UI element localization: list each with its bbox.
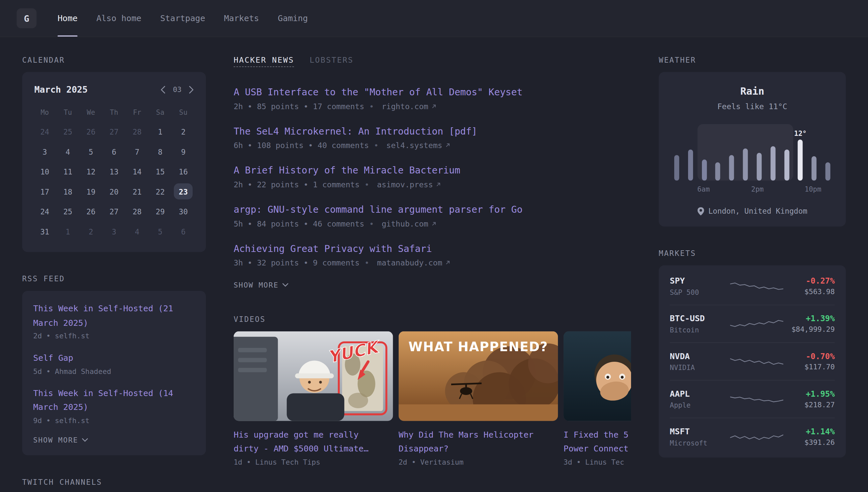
market-price: $84,999.29 (783, 325, 835, 334)
location-pin-icon (697, 207, 704, 215)
calendar-day: 28 (126, 201, 149, 221)
nav-tab-also-home[interactable]: Also home (96, 0, 141, 36)
weather-time-label: 10pm (805, 185, 821, 193)
weather-bar-slot (821, 162, 835, 180)
calendar-day: 25 (56, 122, 79, 142)
news-item-meta: 2h • 22 points • 1 comments asimov.press (234, 180, 631, 189)
video-title[interactable]: Why Did The Mars Helicopter Disappear? (398, 428, 558, 456)
twitch-section-title: TWITCH CHANNELS (22, 477, 206, 486)
weather-card: Rain Feels like 11°C 12° 6am2pm10pm Lond… (659, 72, 846, 226)
market-row[interactable]: NVDA NVIDIA -0.70% $117.70 (670, 342, 835, 380)
news-item: argp: GNU-style command line argument pa… (234, 203, 631, 228)
market-sparkline (730, 392, 783, 406)
weather-time-label (737, 185, 751, 193)
news-item-stats: 5h • 84 points • 46 comments (234, 219, 364, 228)
market-row[interactable]: SPY S&P 500 -0.27% $563.98 (670, 267, 835, 305)
app-logo[interactable]: G (17, 8, 36, 28)
video-thumbnail[interactable]: YUCK (234, 331, 393, 421)
weather-temp-bar (688, 150, 693, 181)
news-item-source-link[interactable]: matanabudy.com (360, 258, 450, 267)
news-item: A Brief History of the Miracle Bacterium… (234, 164, 631, 189)
weather-bar-slot (752, 153, 766, 181)
calendar-day: 24 (33, 122, 56, 142)
chevron-left-icon[interactable] (161, 86, 166, 94)
market-name: NVIDIA (670, 363, 730, 372)
calendar-day: 6 (172, 222, 195, 241)
calendar-day: 9 (172, 142, 195, 161)
news-item-source-link[interactable]: sel4.systems (369, 141, 450, 150)
news-show-more-button[interactable]: SHOW MORE (234, 281, 289, 289)
weather-peak-temp-label: 12° (794, 129, 807, 137)
rss-item-title[interactable]: This Week in Self-Hosted (21 March 2025) (33, 302, 195, 330)
rss-widget: RSS FEED This Week in Self-Hosted (21 Ma… (22, 274, 206, 455)
calendar-day: 16 (172, 162, 195, 181)
calendar-day: 20 (103, 182, 126, 201)
news-item-source-link[interactable]: righto.com (364, 102, 437, 110)
nav-tab-gaming[interactable]: Gaming (278, 0, 308, 36)
weather-widget: WEATHER Rain Feels like 11°C 12° 6am2pm1… (659, 55, 846, 226)
market-change: -0.70% (783, 352, 835, 361)
calendar-day: 5 (79, 142, 103, 161)
calendar-current-month-button[interactable]: 03 (173, 85, 182, 94)
chevron-right-icon[interactable] (189, 86, 194, 94)
video-thumbnail[interactable]: WHAT HAPPENED? (398, 331, 558, 421)
nav-tab-home[interactable]: Home (58, 0, 78, 36)
weather-time-label (791, 185, 805, 193)
external-link-icon (431, 221, 437, 226)
calendar-day: 1 (56, 222, 79, 241)
weather-location-label: London, United Kingdom (708, 207, 807, 216)
video-title[interactable]: I Fixed the 5 Power Connect (563, 428, 631, 456)
weather-bar-slot: 12° (793, 129, 807, 180)
weekday-label: Tu (56, 108, 79, 116)
calendar-day: 3 (103, 222, 126, 241)
market-row[interactable]: AAPL Apple +1.95% $218.27 (670, 380, 835, 417)
market-sparkline (730, 279, 783, 294)
news-item-title[interactable]: A Brief History of the Miracle Bacterium (234, 164, 461, 177)
news-item-title[interactable]: The SeL4 Microkernel: An Introduction [p… (234, 124, 477, 138)
calendar-day: 29 (149, 201, 172, 221)
video-card: DO T T I Fixed the 5 Power Connect 3d • … (563, 331, 631, 466)
market-ticker: AAPL (670, 389, 730, 399)
rss-show-more-button[interactable]: SHOW MORE (33, 436, 88, 444)
calendar-day: 26 (79, 201, 103, 221)
news-item-title[interactable]: A USB Interface to the "Mother of All De… (234, 85, 523, 99)
left-column: CALENDAR March 2025 03 (22, 55, 206, 486)
weather-time-label (670, 185, 683, 193)
tab-hacker-news[interactable]: HACKER NEWS (234, 55, 294, 67)
videos-row: YUCK His upgrade got me really dirty - A… (234, 331, 631, 466)
market-row[interactable]: MSFT Microsoft +1.14% $391.26 (670, 418, 835, 456)
weather-time-label (710, 185, 724, 193)
video-thumbnail[interactable]: DO T T (563, 331, 631, 421)
nav-tab-markets[interactable]: Markets (224, 0, 259, 36)
weekday-label: Th (103, 108, 126, 116)
weather-time-label: 2pm (751, 185, 764, 193)
nav-tab-startpage[interactable]: Startpage (160, 0, 205, 36)
rss-item-title[interactable]: Self Gap (33, 351, 195, 365)
weather-temp-bar (757, 153, 762, 181)
news-item-title[interactable]: argp: GNU-style command line argument pa… (234, 203, 523, 216)
calendar-day: 7 (126, 142, 149, 161)
rss-item[interactable]: This Week in Self-Hosted (21 March 2025)… (33, 302, 195, 340)
weather-time-label (724, 185, 737, 193)
calendar-day: 5 (149, 222, 172, 241)
market-row[interactable]: BTC-USD Bitcoin +1.39% $84,999.29 (670, 305, 835, 342)
rss-item-meta: 9d • selfh.st (33, 416, 195, 424)
weather-bar-slot (807, 156, 821, 181)
news-item-source-link[interactable]: github.com (364, 219, 437, 228)
calendar-day: 23 (172, 182, 195, 201)
rss-item[interactable]: This Week in Self-Hosted (14 March 2025)… (33, 387, 195, 425)
tab-lobsters[interactable]: LOBSTERS (310, 55, 353, 67)
news-item-title[interactable]: Achieving Great Privacy with Safari (234, 242, 432, 255)
weather-location: London, United Kingdom (670, 207, 835, 216)
calendar-day: 8 (149, 142, 172, 161)
rss-item-title[interactable]: This Week in Self-Hosted (14 March 2025) (33, 387, 195, 415)
weather-chart: 12° (670, 127, 835, 180)
news-item-source-link[interactable]: asimov.press (360, 180, 441, 189)
weather-bar-slot (766, 146, 780, 180)
video-title[interactable]: His upgrade got me really dirty - AMD $5… (234, 428, 393, 456)
external-link-icon (436, 182, 441, 187)
rss-item[interactable]: Self Gap 5d • Ahmad Shadeed (33, 351, 195, 375)
video-card: WHAT HAPPENED? Why Did The Mars Helicopt… (398, 331, 558, 466)
rss-item-meta: 2d • selfh.st (33, 332, 195, 340)
news-item-meta: 3h • 32 points • 9 comments matanabudy.c… (234, 258, 631, 267)
